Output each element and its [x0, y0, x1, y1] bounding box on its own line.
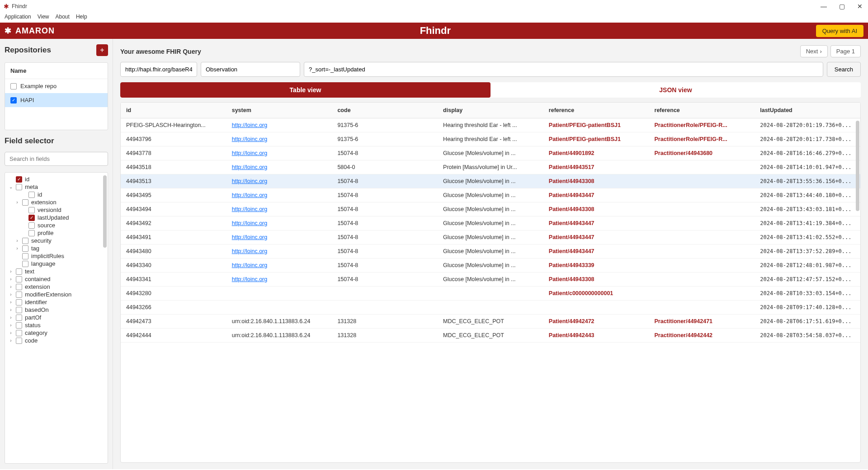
- reference-link[interactable]: Patient/44943308: [549, 276, 594, 282]
- col-code[interactable]: code: [332, 103, 438, 118]
- table-row[interactable]: 44942473urn:oid:2.16.840.1.113883.6.2413…: [121, 315, 860, 329]
- chevron-right-icon[interactable]: ›: [15, 246, 19, 251]
- checkbox-icon[interactable]: ✓: [28, 215, 35, 221]
- tree-node-status[interactable]: ›status: [7, 321, 106, 329]
- table-row[interactable]: 44943491http://loinc.org15074-8Glucose […: [121, 230, 860, 244]
- minimize-button[interactable]: —: [819, 3, 828, 10]
- system-link[interactable]: http://loinc.org: [232, 248, 268, 254]
- menu-application[interactable]: Application: [5, 14, 31, 20]
- checkbox-icon[interactable]: [16, 338, 22, 344]
- checkbox-icon[interactable]: [16, 291, 22, 298]
- table-row[interactable]: 44943492http://loinc.org15074-8Glucose […: [121, 216, 860, 230]
- table-row[interactable]: 44943480http://loinc.org15074-8Glucose […: [121, 244, 860, 258]
- col-reference-1[interactable]: reference: [543, 103, 649, 118]
- col-display[interactable]: display: [438, 103, 543, 118]
- tree-node-identifier[interactable]: ›identifier: [7, 298, 106, 306]
- resource-input[interactable]: [201, 62, 300, 77]
- reference-link[interactable]: Patient/c0000000000001: [549, 290, 613, 296]
- tree-node-source[interactable]: ·source: [7, 221, 106, 229]
- tree-node-code[interactable]: ›code: [7, 337, 106, 344]
- col-lastupdated[interactable]: lastUpdated: [755, 103, 860, 118]
- table-row[interactable]: 44943280Patient/c00000000000012024-08-28…: [121, 287, 860, 301]
- chevron-down-icon[interactable]: ⌄: [9, 184, 13, 189]
- reference-link[interactable]: Patient/44943517: [549, 164, 594, 170]
- system-link[interactable]: http://loinc.org: [232, 206, 268, 212]
- search-button[interactable]: Search: [827, 62, 861, 77]
- reference-link[interactable]: PractitionerRole/PFEIG-R...: [655, 122, 727, 128]
- tree-node-basedOn[interactable]: ›basedOn: [7, 306, 106, 314]
- checkbox-icon[interactable]: [10, 83, 17, 89]
- table-row[interactable]: 44943495http://loinc.org15074-8Glucose […: [121, 188, 860, 202]
- checkbox-icon[interactable]: [28, 192, 35, 198]
- reference-link[interactable]: Patient/44943447: [549, 192, 594, 198]
- tree-node-partOf[interactable]: ›partOf: [7, 314, 106, 321]
- page-indicator[interactable]: Page 1: [830, 45, 861, 57]
- reference-link[interactable]: Patient/44901892: [549, 150, 594, 156]
- tree-node-meta[interactable]: ⌄meta: [7, 183, 106, 191]
- table-row[interactable]: 449432662024-08-28T09:17:40.128+0...: [121, 301, 860, 315]
- system-link[interactable]: http://loinc.org: [232, 178, 268, 184]
- checkbox-icon[interactable]: ✓: [10, 97, 17, 103]
- checkbox-icon[interactable]: [16, 315, 22, 321]
- checkbox-icon[interactable]: [22, 261, 28, 267]
- table-row[interactable]: 44943513http://loinc.org15074-8Glucose […: [121, 174, 860, 188]
- system-link[interactable]: http://loinc.org: [232, 276, 268, 282]
- reference-link[interactable]: Patient/PFEIG-patientBSJ1: [549, 136, 621, 142]
- col-id[interactable]: id: [121, 103, 226, 118]
- reference-link[interactable]: Practitioner/44942442: [655, 332, 713, 338]
- repo-item-example-repo[interactable]: Example repo: [5, 79, 108, 93]
- tree-node-category[interactable]: ›category: [7, 329, 106, 337]
- checkbox-icon[interactable]: ✓: [16, 176, 22, 183]
- maximize-button[interactable]: ▢: [837, 3, 846, 10]
- checkbox-icon[interactable]: [28, 207, 35, 213]
- tree-node-id[interactable]: ·id: [7, 191, 106, 198]
- menu-view[interactable]: View: [38, 14, 49, 20]
- chevron-right-icon[interactable]: ›: [9, 315, 13, 320]
- table-row[interactable]: 44943340http://loinc.org15074-8Glucose […: [121, 258, 860, 273]
- params-input[interactable]: [304, 62, 823, 77]
- checkbox-icon[interactable]: [28, 222, 35, 229]
- checkbox-icon[interactable]: [22, 245, 28, 252]
- table-row[interactable]: 44943778http://loinc.org15074-8Glucose […: [121, 146, 860, 160]
- base-url-input[interactable]: [120, 62, 197, 77]
- chevron-right-icon[interactable]: ›: [9, 330, 13, 335]
- tab-table-view[interactable]: Table view: [120, 82, 491, 98]
- tree-node-tag[interactable]: ›tag: [7, 244, 106, 252]
- reference-link[interactable]: Patient/44942472: [549, 318, 594, 324]
- reference-link[interactable]: Practitioner/44943680: [655, 150, 713, 156]
- search-fields-input[interactable]: [5, 152, 108, 166]
- col-reference-2[interactable]: reference: [649, 103, 755, 118]
- checkbox-icon[interactable]: [22, 199, 28, 206]
- tree-node-versionId[interactable]: ·versionId: [7, 206, 106, 214]
- close-button[interactable]: ✕: [855, 3, 864, 10]
- checkbox-icon[interactable]: [28, 230, 35, 236]
- tree-node-extension[interactable]: ›extension: [7, 283, 106, 291]
- menu-about[interactable]: About: [56, 14, 70, 20]
- reference-link[interactable]: Patient/44943447: [549, 220, 594, 226]
- system-link[interactable]: http://loinc.org: [232, 262, 268, 268]
- chevron-right-icon[interactable]: ›: [9, 277, 13, 282]
- tree-node-implicitRules[interactable]: ·implicitRules: [7, 252, 106, 260]
- col-system[interactable]: system: [226, 103, 332, 118]
- checkbox-icon[interactable]: [16, 276, 22, 282]
- reference-link[interactable]: Patient/44943447: [549, 234, 594, 240]
- system-link[interactable]: http://loinc.org: [232, 136, 268, 142]
- tree-node-profile[interactable]: ·profile: [7, 229, 106, 237]
- table-row[interactable]: 44942444urn:oid:2.16.840.1.113883.6.2413…: [121, 329, 860, 343]
- tree-node-security[interactable]: ›security: [7, 237, 106, 244]
- table-row[interactable]: 44943796http://loinc.org91375-6Hearing t…: [121, 132, 860, 146]
- table-scrollbar[interactable]: [856, 121, 859, 211]
- table-row[interactable]: 44943518http://loinc.org5804-0Protein [M…: [121, 160, 860, 174]
- reference-link[interactable]: Patient/44943308: [549, 178, 594, 184]
- system-link[interactable]: http://loinc.org: [232, 164, 268, 170]
- add-repository-button[interactable]: +: [96, 44, 108, 56]
- reference-link[interactable]: Patient/44943308: [549, 206, 594, 212]
- checkbox-icon[interactable]: [16, 268, 22, 275]
- checkbox-icon[interactable]: [16, 330, 22, 336]
- chevron-right-icon[interactable]: ›: [15, 238, 19, 243]
- chevron-right-icon[interactable]: ›: [9, 338, 13, 343]
- tree-node-id[interactable]: ·✓id: [7, 175, 106, 183]
- query-with-ai-button[interactable]: Query with AI: [816, 25, 863, 37]
- reference-link[interactable]: PractitionerRole/PFEIG-R...: [655, 136, 727, 142]
- checkbox-icon[interactable]: [22, 238, 28, 244]
